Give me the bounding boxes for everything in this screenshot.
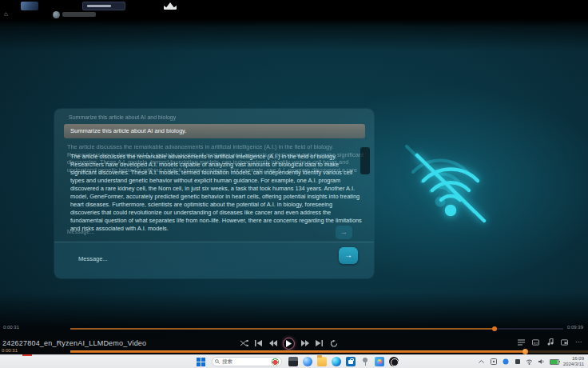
video-frame[interactable]: ⌂ Summarize this article about AI and bi… <box>0 0 588 354</box>
previous-button[interactable] <box>254 339 263 348</box>
tray-widget-icon[interactable] <box>490 358 498 366</box>
start-button[interactable] <box>197 358 205 366</box>
fast-forward-button[interactable] <box>300 339 309 348</box>
home-icon: ⌂ <box>4 10 12 18</box>
shuffle-button[interactable] <box>240 339 248 348</box>
overlay-label-blur <box>62 12 96 17</box>
wifi-icon[interactable] <box>526 358 534 366</box>
seek-handle[interactable] <box>492 326 497 331</box>
response-text: The article discusses the remarkable adv… <box>70 153 363 242</box>
tray-time: 16:09 <box>563 356 584 362</box>
elapsed-time-main: 0:00:31 <box>2 348 18 353</box>
battery-icon[interactable] <box>550 359 559 365</box>
media-player-icon[interactable] <box>389 357 399 366</box>
record-indicator <box>22 354 32 356</box>
seekbar[interactable] <box>70 350 588 353</box>
microsoft-store-icon[interactable] <box>346 357 356 366</box>
copilot-icon[interactable] <box>303 357 312 366</box>
photos-app-icon[interactable] <box>375 357 384 366</box>
message-input-area[interactable]: Message... → <box>54 242 374 278</box>
repeat-button[interactable] <box>329 339 338 348</box>
next-button[interactable] <box>315 339 324 348</box>
seekbar-row: 0:00:31 <box>0 347 588 354</box>
video-filename: 242627804_en_RyzenAI_LLMDemo_Video <box>2 339 146 347</box>
overlay-crown-icon <box>164 2 177 10</box>
tray-date: 2024/3/11 <box>563 362 584 367</box>
send-button[interactable]: → <box>339 247 358 264</box>
wifi-slash-icon <box>409 152 492 224</box>
overlay-avatar-row <box>53 10 96 18</box>
play-icon <box>286 340 292 347</box>
edge-browser-icon[interactable] <box>332 357 341 366</box>
volume-icon[interactable] <box>538 358 546 366</box>
search-icon <box>215 359 220 364</box>
seekbar-ghost[interactable] <box>70 328 563 330</box>
seek-handle-main[interactable] <box>522 349 528 354</box>
seekbar-row-ghost: 0:00:31 0:09:39 <box>0 323 588 333</box>
task-view-icon[interactable] <box>288 357 298 366</box>
overlay-badge <box>82 2 125 10</box>
elapsed-time: 0:00:31 <box>3 325 19 330</box>
pin-app-icon[interactable] <box>360 357 370 366</box>
tray-bluetooth-icon[interactable] <box>502 358 510 366</box>
search-highlight-image <box>272 358 279 366</box>
taskbar: 搜索 <box>0 354 588 368</box>
message-input[interactable]: Message... <box>78 255 108 262</box>
subtitle-icon[interactable] <box>532 338 539 346</box>
file-explorer-icon[interactable] <box>317 357 327 366</box>
scrollbar[interactable] <box>360 147 370 174</box>
audio-icon[interactable] <box>546 338 554 346</box>
rewind-button[interactable] <box>268 339 277 348</box>
tray-app-icon[interactable] <box>514 358 522 366</box>
send-button-ghost: → <box>336 226 352 239</box>
overlay-window-thumbnail <box>21 2 38 10</box>
duration-time: 0:09:39 <box>567 325 583 330</box>
chat-dialog: Summarize this article about AI and biol… <box>54 109 374 278</box>
playlist-icon[interactable] <box>518 338 525 346</box>
pinned-apps <box>288 357 399 366</box>
pip-icon[interactable] <box>561 338 568 346</box>
tray-chevron-up-icon[interactable] <box>478 358 486 366</box>
clock[interactable]: 16:09 2024/3/11 <box>563 356 586 367</box>
avatar <box>53 11 60 18</box>
prompt-bubble: Summarize this article about AI and biol… <box>64 124 365 138</box>
more-options-button[interactable]: ⋯ <box>575 338 582 346</box>
prompt-ghost-text: Summarize this article about AI and biol… <box>69 114 176 120</box>
player-option-controls: ⋯ <box>518 338 582 346</box>
system-tray: 16:09 2024/3/11 <box>478 356 588 367</box>
search-input[interactable]: 搜索 <box>212 357 282 366</box>
search-label: 搜索 <box>222 358 269 366</box>
offline-wifi-graphic <box>409 152 492 224</box>
message-placeholder-ghost: Message... <box>67 229 94 234</box>
screen: ⌂ Summarize this article about AI and bi… <box>0 0 588 368</box>
